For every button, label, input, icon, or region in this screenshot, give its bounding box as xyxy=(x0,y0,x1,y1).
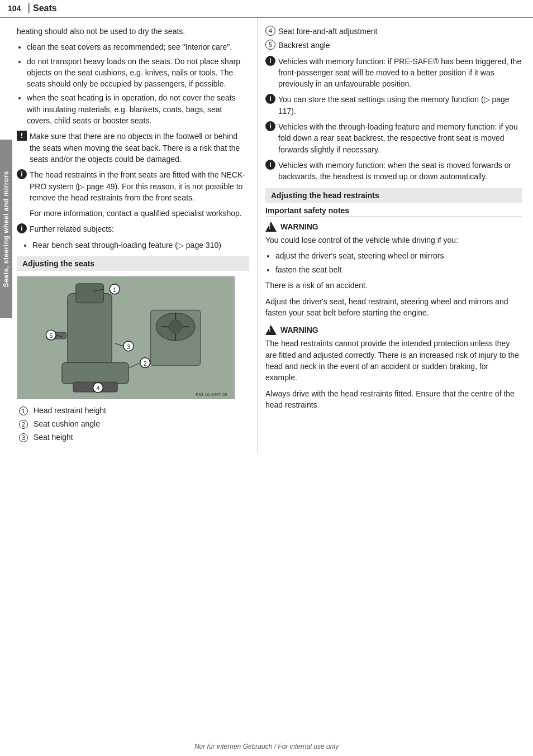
item-label-3: Seat height xyxy=(34,433,73,442)
svg-text:4: 4 xyxy=(96,385,99,391)
info-icon-2: i xyxy=(17,223,27,233)
numbered-row-4: 4 Seat fore-and-aft adjustment xyxy=(265,26,522,37)
svg-rect-2 xyxy=(76,284,104,303)
warning-2-text2: Always drive with the head restraints fi… xyxy=(265,388,522,411)
seat-diagram-image: 1 2 3 4 5 P91 10-3447-09 xyxy=(17,276,235,399)
right-numbered-items: 4 Seat fore-and-aft adjustment 5 Backres… xyxy=(265,26,522,51)
page-footer: Nur für internen Gebrauch / For internal… xyxy=(0,743,533,750)
warning-icon: ! xyxy=(17,131,27,141)
main-content: heating should also not be used to dry t… xyxy=(0,18,533,453)
svg-rect-3 xyxy=(62,363,129,384)
warning-box-2: WARNING The head restraints cannot provi… xyxy=(265,325,522,410)
info-note-r1-text: Vehicles with memory function: if PRE-SA… xyxy=(278,56,522,90)
list-item: 2 Seat cushion angle xyxy=(19,418,249,430)
warning-label-1: WARNING xyxy=(280,222,318,231)
svg-text:1: 1 xyxy=(113,286,116,293)
info-note-r1: i Vehicles with memory function: if PRE-… xyxy=(265,56,522,90)
info-note-r4-text: Vehicles with memory function: when the … xyxy=(278,160,522,183)
info-icon-r4: i xyxy=(265,160,275,170)
item-num-1: 1 xyxy=(19,406,28,415)
svg-text:3: 3 xyxy=(127,343,130,350)
warning-note-text: Make sure that there are no objects in t… xyxy=(30,131,249,165)
list-item: 3 Seat height xyxy=(19,432,249,443)
item-num-3: 3 xyxy=(19,433,28,442)
svg-rect-1 xyxy=(68,294,112,366)
info-icon-r1: i xyxy=(265,56,275,66)
info-note-r2: i You can store the seat settings using … xyxy=(265,94,522,117)
info-note-r3-text: Vehicles with the through-loading featur… xyxy=(278,121,522,155)
item-label-1: Head restraint height xyxy=(34,406,106,415)
warning-box-1: WARNING You could lose control of the ve… xyxy=(265,222,522,319)
warning-1-text1: You could lose control of the vehicle wh… xyxy=(265,235,522,246)
list-item: adjust the driver's seat, steering wheel… xyxy=(275,250,522,261)
list-item: do not transport heavy loads on the seat… xyxy=(27,56,249,90)
svg-text:P91 10-3447-09: P91 10-3447-09 xyxy=(196,392,227,397)
right-column: 4 Seat fore-and-aft adjustment 5 Backres… xyxy=(257,18,533,453)
svg-text:5: 5 xyxy=(49,332,53,339)
left-column: heating should also not be used to dry t… xyxy=(0,18,257,453)
page-title: Seats xyxy=(28,3,57,13)
warning-2-text1: The head restraints cannot provide the i… xyxy=(265,338,522,383)
info-note-r2-text: You can store the seat settings using th… xyxy=(278,94,522,117)
warning-1-text2: There is a risk of an accident. xyxy=(265,280,522,291)
list-item: clean the seat covers as recommended; se… xyxy=(27,41,249,52)
item-label-2: Seat cushion angle xyxy=(34,419,100,428)
info-icon-r3: i xyxy=(265,121,275,131)
numbered-items-list: 1 Head restraint height 2 Seat cushion a… xyxy=(19,405,249,443)
warning-note-row: ! Make sure that there are no objects in… xyxy=(17,131,249,165)
item-label-4: Seat fore-and-aft adjustment xyxy=(278,26,377,37)
bullet-list-main: clean the seat covers as recommended; se… xyxy=(27,41,249,126)
info-note-1-text: The head restraints in the front seats a… xyxy=(30,169,249,203)
warning-triangle-icon-2 xyxy=(265,325,277,335)
list-item: when the seat heating is in operation, d… xyxy=(27,92,249,126)
important-safety-notes-heading: Important safety notes xyxy=(265,206,522,217)
warning-label-2: WARNING xyxy=(280,326,318,334)
warning-1-bullets: adjust the driver's seat, steering wheel… xyxy=(275,250,522,276)
warning-title-1: WARNING xyxy=(265,222,522,232)
info-note-2-bullets: Rear bench seat through-loading feature … xyxy=(32,240,249,251)
svg-point-8 xyxy=(169,320,182,333)
info-icon-1: i xyxy=(17,169,27,179)
sidebar-label: Seats, steering wheel and mirrors xyxy=(0,140,12,318)
info-note-2-title: Further related subjects: xyxy=(30,223,249,235)
page-header: 104 Seats xyxy=(0,0,533,18)
svg-text:2: 2 xyxy=(144,360,147,367)
warning-title-2: WARNING xyxy=(265,325,522,335)
info-note-2-row: i Further related subjects: xyxy=(17,223,249,235)
list-item: Rear bench seat through-loading feature … xyxy=(32,240,249,251)
info-note-r3: i Vehicles with the through-loading feat… xyxy=(265,121,522,155)
adjusting-seats-heading: Adjusting the seats xyxy=(17,256,249,271)
intro-text: heating should also not be used to dry t… xyxy=(17,26,249,37)
list-item: fasten the seat belt xyxy=(275,264,522,275)
item-num-5: 5 xyxy=(265,40,275,50)
page-number: 104 xyxy=(0,4,28,13)
info-icon-r2: i xyxy=(265,94,275,104)
item-num-2: 2 xyxy=(19,420,28,429)
info-note-1-row: i The head restraints in the front seats… xyxy=(17,169,249,203)
warning-triangle-icon-1 xyxy=(265,222,277,232)
item-label-5: Backrest angle xyxy=(278,40,330,51)
warning-1-text3: Adjust the driver's seat, head restraint… xyxy=(265,296,522,319)
adjusting-head-restraints-heading: Adjusting the head restraints xyxy=(265,188,522,203)
item-num-4: 4 xyxy=(265,26,275,36)
list-item: 1 Head restraint height xyxy=(19,405,249,417)
numbered-row-5: 5 Backrest angle xyxy=(265,40,522,51)
info-note-r4: i Vehicles with memory function: when th… xyxy=(265,160,522,183)
info-note-1b: For more information, contact a qualifie… xyxy=(30,208,249,219)
